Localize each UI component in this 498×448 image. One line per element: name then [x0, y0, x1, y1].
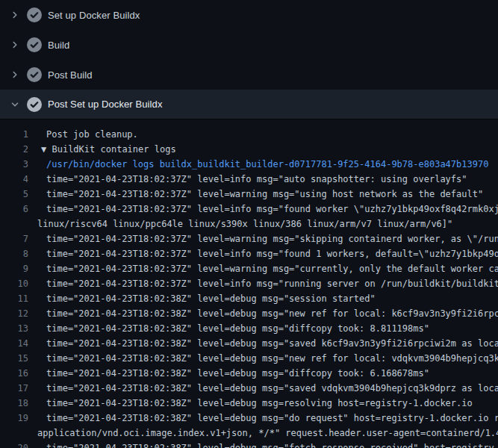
- steps-list: Set up Docker BuildxBuildPost BuildPost …: [0, 0, 498, 119]
- log-line: 11time="2021-04-23T18:02:38Z" level=debu…: [0, 291, 498, 306]
- log-line-text: time="2021-04-23T18:02:37Z" level=warnin…: [46, 231, 498, 246]
- log-line-number[interactable]: 14: [0, 336, 28, 351]
- log-line-text: time="2021-04-23T18:02:38Z" level=debug …: [46, 366, 498, 381]
- log-line-text: time="2021-04-23T18:02:37Z" level=info m…: [46, 276, 498, 291]
- log-line: 7time="2021-04-23T18:02:37Z" level=warni…: [0, 231, 498, 246]
- step-label: Build: [48, 40, 69, 51]
- log-line: 13time="2021-04-23T18:02:38Z" level=debu…: [0, 321, 498, 336]
- log-line-continuation: linux/riscv64 linux/ppc64le linux/s390x …: [0, 217, 498, 231]
- log-line: 10time="2021-04-23T18:02:37Z" level=info…: [0, 276, 498, 291]
- log-line: 20time="2021-04-23T18:02:38Z" level=debu…: [0, 441, 498, 448]
- log-line-text: time="2021-04-23T18:02:37Z" level=info m…: [46, 202, 498, 217]
- log-line-number[interactable]: 20: [0, 441, 28, 448]
- step-row-build[interactable]: Build: [0, 30, 498, 60]
- log-line-text: linux/riscv64 linux/ppc64le linux/s390x …: [37, 217, 498, 231]
- log-line-continuation: application/vnd.oci.image.index.v1+json,…: [0, 426, 498, 441]
- log-group-toggle[interactable]: ▼ BuildKit container logs: [41, 142, 498, 157]
- log-line: 5time="2021-04-23T18:02:37Z" level=warni…: [0, 187, 498, 202]
- log-view: 1Post job cleanup.2▼ BuildKit container …: [0, 119, 498, 448]
- check-circle-icon: [27, 67, 42, 82]
- log-line-text: Post job cleanup.: [46, 127, 498, 142]
- log-line-number[interactable]: 17: [0, 381, 28, 396]
- log-line-number[interactable]: 7: [0, 231, 28, 246]
- log-line-number[interactable]: 15: [0, 351, 28, 366]
- log-line-number[interactable]: 10: [0, 276, 28, 291]
- check-circle-icon: [27, 7, 42, 22]
- log-line-number[interactable]: 11: [0, 291, 28, 306]
- log-line-text: time="2021-04-23T18:02:38Z" level=debug …: [46, 306, 498, 321]
- log-line-text: time="2021-04-23T18:02:38Z" level=debug …: [46, 381, 498, 396]
- log-line-text: time="2021-04-23T18:02:38Z" level=debug …: [46, 396, 498, 411]
- log-line: 15time="2021-04-23T18:02:38Z" level=debu…: [0, 351, 498, 366]
- log-line-number[interactable]: 4: [0, 172, 28, 187]
- log-line-text: application/vnd.oci.image.index.v1+json,…: [37, 426, 498, 441]
- log-line-number[interactable]: 9: [0, 261, 28, 276]
- log-line-number[interactable]: 19: [0, 411, 28, 426]
- log-line-number[interactable]: 16: [0, 366, 28, 381]
- log-line: 17time="2021-04-23T18:02:38Z" level=debu…: [0, 381, 498, 396]
- log-line: 16time="2021-04-23T18:02:38Z" level=debu…: [0, 366, 498, 381]
- log-line-number[interactable]: 3: [0, 157, 28, 172]
- chevron-right-icon: [9, 69, 21, 81]
- log-line: 2▼ BuildKit container logs: [0, 142, 498, 157]
- log-line-number[interactable]: 1: [0, 127, 28, 142]
- log-line-number[interactable]: 5: [0, 187, 28, 202]
- log-line-text: time="2021-04-23T18:02:37Z" level=info m…: [46, 172, 498, 187]
- log-line-number[interactable]: 6: [0, 202, 28, 217]
- log-line-text: time="2021-04-23T18:02:38Z" level=debug …: [46, 411, 498, 426]
- log-line: 19time="2021-04-23T18:02:38Z" level=debu…: [0, 411, 498, 426]
- log-line-text: time="2021-04-23T18:02:38Z" level=debug …: [46, 441, 498, 448]
- log-command-text: /usr/bin/docker logs buildx_buildkit_bui…: [46, 157, 498, 172]
- log-line: 4time="2021-04-23T18:02:37Z" level=info …: [0, 172, 498, 187]
- log-line-number[interactable]: 2: [0, 142, 28, 157]
- log-line-text: time="2021-04-23T18:02:38Z" level=debug …: [46, 336, 498, 351]
- chevron-down-icon: [9, 99, 21, 111]
- log-line-text: time="2021-04-23T18:02:38Z" level=debug …: [46, 351, 498, 366]
- step-row-set-up-docker-buildx[interactable]: Set up Docker Buildx: [0, 0, 498, 30]
- log-line-text: time="2021-04-23T18:02:37Z" level=warnin…: [46, 261, 498, 276]
- log-line: 14time="2021-04-23T18:02:38Z" level=debu…: [0, 336, 498, 351]
- log-line-number[interactable]: 8: [0, 246, 28, 261]
- step-label: Set up Docker Buildx: [48, 10, 140, 21]
- log-line-number[interactable]: 13: [0, 321, 28, 336]
- log-group-title: BuildKit container logs: [46, 144, 175, 155]
- log-line: 9time="2021-04-23T18:02:37Z" level=warni…: [0, 261, 498, 276]
- check-circle-icon: [27, 97, 42, 112]
- log-line-number[interactable]: 18: [0, 396, 28, 411]
- log-line-text: time="2021-04-23T18:02:38Z" level=debug …: [46, 321, 498, 336]
- step-label: Post Set up Docker Buildx: [48, 99, 163, 110]
- chevron-right-icon: [9, 9, 21, 21]
- step-row-post-set-up-docker-buildx[interactable]: Post Set up Docker Buildx: [0, 90, 498, 119]
- chevron-right-icon: [9, 39, 21, 51]
- step-row-post-build[interactable]: Post Build: [0, 60, 498, 90]
- check-circle-icon: [27, 37, 42, 52]
- log-line-number[interactable]: 12: [0, 306, 28, 321]
- log-line: 18time="2021-04-23T18:02:38Z" level=debu…: [0, 396, 498, 411]
- log-line-text: time="2021-04-23T18:02:38Z" level=debug …: [46, 291, 498, 306]
- log-line: 3/usr/bin/docker logs buildx_buildkit_bu…: [0, 157, 498, 172]
- step-label: Post Build: [48, 69, 93, 81]
- log-line: 6time="2021-04-23T18:02:37Z" level=info …: [0, 202, 498, 217]
- log-line-text: time="2021-04-23T18:02:37Z" level=info m…: [46, 246, 498, 261]
- workflow-job-logs-panel: Set up Docker BuildxBuildPost BuildPost …: [0, 0, 498, 448]
- log-line: 12time="2021-04-23T18:02:38Z" level=debu…: [0, 306, 498, 321]
- log-line: 1Post job cleanup.: [0, 127, 498, 142]
- log-line: 8time="2021-04-23T18:02:37Z" level=info …: [0, 246, 498, 261]
- log-line-text: time="2021-04-23T18:02:37Z" level=warnin…: [46, 187, 498, 202]
